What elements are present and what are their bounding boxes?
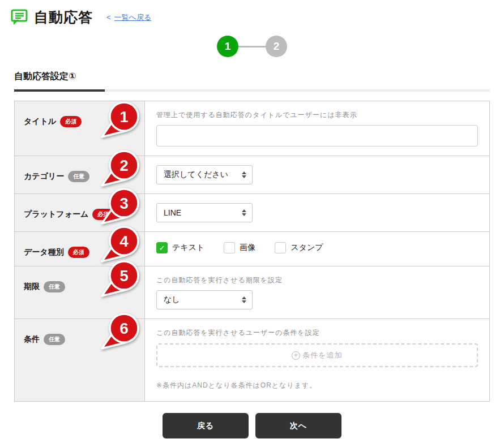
form-row-deadline: 期限 任意 この自動応答を実行させる期限を設定 なし 5 [15,266,489,319]
deadline-select-value: なし [164,295,180,305]
row-label-datatype: データ種別 [24,247,64,257]
label-cell-title: タイトル 必須 [15,101,145,156]
conditions-helper-text: この自動応答を実行させるユーザーの条件を設定 [156,328,478,338]
conditions-note: ※条件内はANDとなり各条件はORとなります。 [156,381,478,390]
deadline-helper-text: この自動応答を実行させる期限を設定 [156,276,478,285]
title-input[interactable] [156,125,478,147]
title-helper-text: 管理上で使用する自動応答のタイトルでユーザーには非表示 [156,110,478,120]
back-to-list-link[interactable]: 一覧へ戻る [114,13,152,21]
platform-select-value: LINE [164,208,181,217]
checkbox-image[interactable]: 画像 [224,242,255,253]
optional-badge: 任意 [44,281,65,292]
chevron-left-icon: < [106,13,111,21]
deadline-select[interactable]: なし [156,290,253,309]
next-button[interactable]: 次へ [255,413,341,438]
page-header: 自動応答 <一覧へ戻る [0,0,504,27]
form-row-conditions: 条件 任意 この自動応答を実行させるユーザーの条件を設定 + 条件を追加 ※条件… [15,319,489,401]
category-select[interactable]: 選択してください [156,165,253,184]
form-row-platform: プラットフォーム 必須 LINE 3 [15,194,489,232]
select-arrows-icon [242,296,246,303]
auto-response-form: タイトル 必須 管理上で使用する自動応答のタイトルでユーザーには非表示 1 カテ… [14,101,490,402]
value-cell-datatype: ✓ テキスト 画像 スタンプ [145,232,489,266]
form-row-title: タイトル 必須 管理上で使用する自動応答のタイトルでユーザーには非表示 1 [15,101,489,156]
checkbox-stamp[interactable]: スタンプ [275,242,323,253]
value-cell-platform: LINE [145,194,489,231]
category-select-value: 選択してください [164,170,228,180]
label-cell-category: カテゴリー 任意 [15,156,145,193]
row-label-platform: プラットフォーム [24,209,88,220]
add-icon: + [292,351,300,360]
step-1-indicator: 1 [217,36,238,57]
checkbox-unchecked-icon[interactable] [224,242,235,253]
section-heading: 自動応答設定① [0,71,504,92]
label-cell-deadline: 期限 任意 [15,266,145,319]
step-connector [238,46,266,48]
checkbox-text[interactable]: ✓ テキスト [156,242,204,253]
datatype-checkbox-group: ✓ テキスト 画像 スタンプ [156,242,478,253]
row-label-category: カテゴリー [24,171,64,182]
row-label-deadline: 期限 [24,282,40,292]
label-cell-conditions: 条件 任意 [15,319,145,401]
stepper: 1 2 [0,36,504,57]
section-title: 自動応答設定① [14,71,490,83]
section-divider-accent [14,89,105,92]
value-cell-title: 管理上で使用する自動応答のタイトルでユーザーには非表示 [145,101,489,156]
platform-select[interactable]: LINE [156,203,253,222]
back-button[interactable]: 戻る [163,413,249,438]
back-link-wrap: <一覧へ戻る [106,12,151,23]
select-arrows-icon [242,209,246,216]
label-cell-platform: プラットフォーム 必須 [15,194,145,231]
add-condition-button[interactable]: + 条件を追加 [156,343,478,367]
form-row-datatype: データ種別 必須 ✓ テキスト 画像 スタンプ [15,232,489,266]
value-cell-conditions: この自動応答を実行させるユーザーの条件を設定 + 条件を追加 ※条件内はANDと… [145,319,489,401]
footer-actions: 戻る 次へ [0,413,504,438]
chat-bubble-icon [10,8,29,27]
section-divider [14,89,490,92]
checkbox-image-label: 画像 [240,243,255,253]
add-condition-label: 条件を追加 [302,350,342,360]
required-badge: 必須 [92,209,114,220]
select-arrows-icon [242,171,246,178]
label-cell-datatype: データ種別 必須 [15,232,145,266]
checkbox-unchecked-icon[interactable] [275,242,286,253]
row-label-title: タイトル [24,117,56,127]
checkbox-text-label: テキスト [172,243,204,253]
optional-badge: 任意 [44,334,65,345]
value-cell-deadline: この自動応答を実行させる期限を設定 なし [145,266,489,319]
value-cell-category: 選択してください [145,156,489,193]
step-2-indicator: 2 [266,36,287,57]
optional-badge: 任意 [68,171,89,182]
page-title: 自動応答 [34,8,93,27]
checkbox-stamp-label: スタンプ [291,243,323,253]
checkbox-checked-icon[interactable]: ✓ [156,242,168,253]
row-label-conditions: 条件 [24,334,40,345]
form-row-category: カテゴリー 任意 選択してください 2 [15,156,489,194]
required-badge: 必須 [60,116,82,127]
required-badge: 必須 [68,247,89,258]
